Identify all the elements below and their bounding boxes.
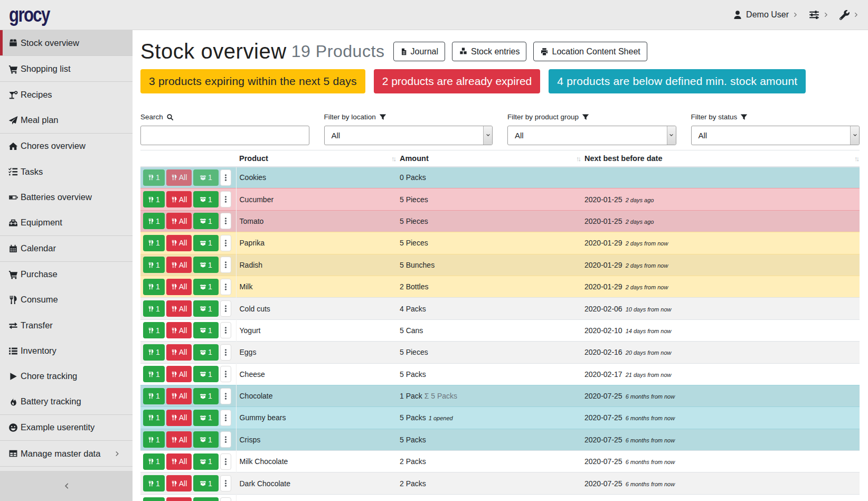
row-menu-button[interactable] — [220, 213, 231, 229]
consume-all-button[interactable]: All — [166, 213, 192, 229]
row-menu-button[interactable] — [220, 475, 231, 491]
danger-status-banner[interactable]: 2 products are already expired — [374, 69, 541, 93]
sidebar-collapse-button[interactable] — [0, 471, 133, 501]
row-menu-button[interactable] — [220, 497, 231, 501]
consume-one-button[interactable]: 1 — [143, 366, 165, 382]
journal-button[interactable]: Journal — [393, 42, 445, 61]
consume-one-button[interactable]: 1 — [143, 388, 165, 404]
open-one-button[interactable]: 1 — [193, 169, 219, 186]
open-one-button[interactable]: 1 — [193, 431, 219, 448]
stock-entries-button[interactable]: Stock entries — [452, 42, 526, 61]
open-one-button[interactable]: 1 — [193, 410, 219, 426]
consume-all-button[interactable]: All — [166, 300, 192, 317]
sidebar-item-battery-tracking[interactable]: Battery tracking — [0, 389, 133, 414]
sidebar-item-manage-master-data[interactable]: Manage master data — [0, 441, 133, 466]
sidebar-item-calendar[interactable]: Calendar — [0, 236, 133, 261]
consume-one-button[interactable]: 1 — [143, 169, 165, 186]
consume-one-button[interactable]: 1 — [143, 257, 165, 273]
consume-one-button[interactable]: 1 — [143, 191, 165, 207]
product-group-filter-select[interactable]: All — [507, 126, 676, 145]
consume-one-button[interactable]: 1 — [143, 453, 165, 470]
row-menu-button[interactable] — [220, 344, 231, 361]
open-one-button[interactable]: 1 — [193, 475, 219, 491]
amount-column-header[interactable]: Amount↑↓ — [397, 150, 581, 167]
consume-one-button[interactable]: 1 — [143, 497, 165, 501]
consume-all-button[interactable]: All — [166, 279, 192, 295]
consume-all-button[interactable]: All — [166, 191, 192, 207]
row-menu-button[interactable] — [220, 257, 231, 273]
sidebar-item-chore-tracking[interactable]: Chore tracking — [0, 363, 133, 389]
row-menu-button[interactable] — [220, 388, 231, 404]
open-one-button[interactable]: 1 — [193, 235, 219, 251]
row-menu-button[interactable] — [220, 410, 231, 426]
consume-one-button[interactable]: 1 — [143, 279, 165, 295]
row-menu-button[interactable] — [220, 322, 231, 338]
open-one-button[interactable]: 1 — [193, 344, 219, 361]
consume-all-button[interactable]: All — [166, 388, 192, 404]
location-content-sheet-button[interactable]: Location Content Sheet — [533, 42, 647, 61]
consume-all-button[interactable]: All — [166, 322, 192, 338]
consume-all-button[interactable]: All — [166, 257, 192, 273]
row-menu-button[interactable] — [220, 191, 231, 207]
sidebar-item-consume[interactable]: Consume — [0, 287, 133, 313]
consume-all-button[interactable]: All — [166, 431, 192, 448]
row-menu-button[interactable] — [220, 300, 231, 317]
sidebar-item-stock-overview[interactable]: Stock overview — [0, 30, 133, 55]
consume-one-button[interactable]: 1 — [143, 475, 165, 491]
consume-all-button[interactable]: All — [166, 475, 192, 491]
consume-one-button[interactable]: 1 — [143, 410, 165, 426]
consume-all-button[interactable]: All — [166, 169, 192, 186]
sidebar-item-recipes[interactable]: Recipes — [0, 82, 133, 107]
date-column-header[interactable]: Next best before date↑↓ — [581, 150, 860, 167]
consume-one-button[interactable]: 1 — [143, 213, 165, 229]
consume-one-button[interactable]: 1 — [143, 431, 165, 448]
consume-one-button[interactable]: 1 — [143, 322, 165, 338]
consume-all-button[interactable]: All — [166, 366, 192, 382]
row-menu-button[interactable] — [220, 431, 231, 448]
consume-all-button[interactable]: All — [166, 410, 192, 426]
search-input[interactable] — [140, 126, 309, 145]
consume-one-button[interactable]: 1 — [143, 344, 165, 361]
row-menu-button[interactable] — [220, 169, 231, 186]
warning-status-banner[interactable]: 3 products expiring within the next 5 da… — [140, 69, 365, 93]
sidebar-item-chores-overview[interactable]: Chores overview — [0, 134, 133, 159]
product-column-header[interactable]: Product↑↓ — [236, 150, 397, 167]
product-cell: Chocolate — [236, 385, 397, 407]
grocy-logo[interactable]: grocy — [9, 4, 50, 26]
open-one-button[interactable]: 1 — [193, 388, 219, 404]
location-filter-select[interactable]: All — [324, 126, 493, 145]
sidebar-item-example-userentity[interactable]: Example userentity — [0, 415, 133, 440]
sidebar-item-shopping-list[interactable]: Shopping list — [0, 56, 133, 81]
open-one-button[interactable]: 1 — [193, 322, 219, 338]
open-one-button[interactable]: 1 — [193, 300, 219, 317]
consume-all-button[interactable]: All — [166, 344, 192, 361]
sidebar-item-tasks[interactable]: Tasks — [0, 159, 133, 184]
sidebar-item-meal-plan[interactable]: Meal plan — [0, 108, 133, 133]
open-one-button[interactable]: 1 — [193, 257, 219, 273]
consume-all-button[interactable]: All — [166, 497, 192, 501]
consume-all-button[interactable]: All — [166, 453, 192, 470]
open-one-button[interactable]: 1 — [193, 366, 219, 382]
user-menu[interactable]: Demo User — [733, 10, 799, 20]
row-menu-button[interactable] — [220, 453, 231, 470]
open-one-button[interactable]: 1 — [193, 279, 219, 295]
consume-one-button[interactable]: 1 — [143, 300, 165, 317]
open-one-button[interactable]: 1 — [193, 213, 219, 229]
status-filter-select[interactable]: All — [691, 126, 860, 145]
sidebar-item-inventory[interactable]: Inventory — [0, 338, 133, 363]
admin-menu[interactable] — [839, 10, 860, 20]
sidebar-item-equipment[interactable]: Equipment — [0, 210, 133, 235]
info-status-banner[interactable]: 4 products are below defined min. stock … — [549, 69, 806, 93]
consume-one-button[interactable]: 1 — [143, 235, 165, 251]
row-menu-button[interactable] — [220, 235, 231, 251]
sidebar-item-purchase[interactable]: Purchase — [0, 262, 133, 287]
sidebar-item-batteries-overview[interactable]: Batteries overview — [0, 184, 133, 210]
sidebar-item-transfer[interactable]: Transfer — [0, 313, 133, 338]
row-menu-button[interactable] — [220, 279, 231, 295]
open-one-button[interactable]: 1 — [193, 453, 219, 470]
settings-menu[interactable] — [809, 10, 829, 20]
row-menu-button[interactable] — [220, 366, 231, 382]
consume-all-button[interactable]: All — [166, 235, 192, 251]
open-one-button[interactable]: 1 — [193, 191, 219, 207]
open-one-button[interactable]: 1 — [193, 497, 219, 501]
